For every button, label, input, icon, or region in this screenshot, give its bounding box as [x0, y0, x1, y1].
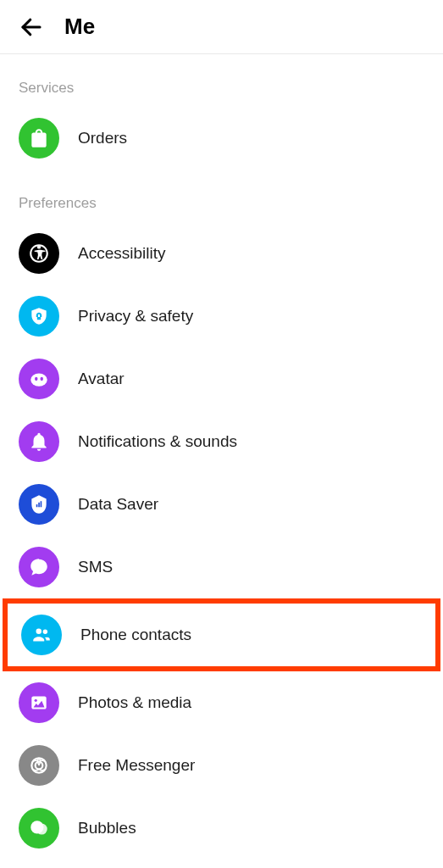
svg-rect-7	[41, 501, 42, 507]
svg-point-8	[36, 628, 42, 634]
sms-icon	[19, 547, 59, 587]
list-item-orders[interactable]: Orders	[0, 107, 443, 170]
list-item-free-messenger[interactable]: Free Messenger	[0, 734, 443, 797]
page-title: Me	[64, 14, 95, 40]
svg-point-9	[43, 630, 47, 634]
section-label-services: Services	[0, 54, 443, 107]
svg-point-15	[36, 824, 47, 835]
notifications-icon	[19, 421, 59, 462]
svg-point-2	[30, 374, 47, 387]
list-item-avatar[interactable]: Avatar	[0, 348, 443, 410]
item-label: Notifications & sounds	[78, 432, 237, 451]
item-label: Phone contacts	[80, 626, 191, 644]
item-label: Accessibility	[78, 244, 165, 263]
settings-list: Services Orders Preferences Accessibilit…	[0, 54, 443, 860]
orders-icon	[19, 118, 59, 159]
item-label: SMS	[78, 558, 113, 576]
list-item-phone-contacts[interactable]: Phone contacts	[3, 598, 440, 671]
photos-media-icon	[19, 682, 59, 723]
list-item-accessibility[interactable]: Accessibility	[0, 222, 443, 285]
list-item-datasaver[interactable]: Data Saver	[0, 473, 443, 536]
svg-point-3	[35, 377, 37, 381]
privacy-icon	[19, 296, 59, 337]
list-item-sms[interactable]: SMS	[0, 536, 443, 598]
svg-rect-6	[38, 503, 40, 507]
datasaver-icon	[19, 484, 59, 525]
svg-point-4	[41, 377, 43, 381]
item-label: Photos & media	[78, 693, 191, 712]
phone-contacts-icon	[21, 615, 62, 655]
svg-rect-5	[36, 504, 38, 507]
free-messenger-icon	[19, 745, 59, 786]
header: Me	[0, 0, 443, 54]
item-label: Avatar	[78, 370, 125, 388]
back-arrow-icon	[19, 14, 44, 40]
list-item-bubbles[interactable]: Bubbles	[0, 797, 443, 860]
list-item-photos-media[interactable]: Photos & media	[0, 671, 443, 734]
item-label: Free Messenger	[78, 756, 195, 775]
item-label: Data Saver	[78, 495, 158, 514]
item-label: Orders	[78, 129, 127, 147]
section-label-preferences: Preferences	[0, 170, 443, 222]
list-item-notifications[interactable]: Notifications & sounds	[0, 410, 443, 473]
avatar-icon	[19, 359, 59, 399]
list-item-privacy[interactable]: Privacy & safety	[0, 285, 443, 348]
bubbles-icon	[19, 808, 59, 849]
svg-point-11	[35, 699, 37, 702]
item-label: Bubbles	[78, 819, 136, 837]
back-button[interactable]	[19, 14, 44, 40]
item-label: Privacy & safety	[78, 307, 193, 326]
accessibility-icon	[19, 233, 59, 274]
